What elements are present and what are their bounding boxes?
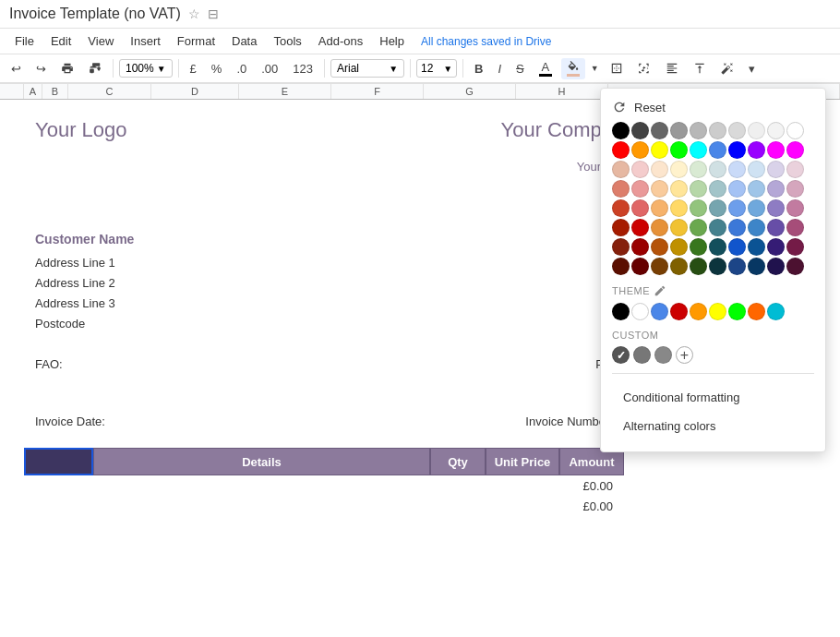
folder-icon[interactable]: ⊟ (208, 6, 219, 21)
fill-color-button[interactable] (561, 58, 585, 79)
color-swatch[interactable] (631, 180, 649, 198)
color-swatch[interactable] (786, 258, 804, 275)
color-swatch[interactable] (631, 122, 649, 139)
italic-button[interactable]: I (492, 59, 507, 78)
col-header-f[interactable]: F (331, 84, 424, 99)
color-swatch[interactable] (728, 219, 746, 236)
menu-addons[interactable]: Add-ons (311, 30, 370, 52)
color-swatch[interactable] (767, 161, 785, 178)
color-swatch[interactable] (709, 199, 726, 217)
col-header-d[interactable]: D (151, 84, 239, 99)
color-swatch[interactable] (786, 141, 804, 159)
fill-color-dropdown-button[interactable]: ▼ (589, 62, 601, 75)
color-swatch[interactable] (670, 219, 688, 236)
color-swatch[interactable] (690, 258, 707, 275)
merge-cells-button[interactable] (632, 59, 656, 78)
color-swatch[interactable] (709, 161, 726, 178)
color-swatch[interactable] (709, 180, 726, 198)
color-swatch[interactable] (631, 238, 649, 256)
color-swatch[interactable] (709, 122, 726, 139)
text-rotation-button[interactable] (715, 59, 739, 78)
color-swatch[interactable] (748, 141, 765, 159)
color-swatch[interactable] (690, 122, 707, 139)
color-swatch[interactable] (786, 180, 804, 198)
decimal-increase-button[interactable]: .00 (256, 59, 283, 78)
color-swatch[interactable] (767, 141, 785, 159)
color-swatch[interactable] (748, 122, 765, 139)
color-swatch[interactable] (748, 258, 765, 275)
text-color-button[interactable]: A (534, 57, 558, 79)
color-swatch[interactable] (612, 238, 630, 256)
color-swatch[interactable] (748, 161, 765, 178)
color-swatch[interactable] (767, 180, 785, 198)
color-swatch[interactable] (651, 258, 668, 275)
color-swatch[interactable] (767, 258, 785, 275)
menu-data[interactable]: Data (224, 30, 264, 52)
decimal-decrease-button[interactable]: .0 (231, 59, 252, 78)
color-swatch[interactable] (728, 161, 746, 178)
theme-color-swatch[interactable] (612, 303, 630, 320)
star-icon[interactable]: ☆ (188, 6, 200, 21)
color-swatch[interactable] (767, 122, 785, 139)
color-swatch[interactable] (612, 122, 630, 139)
color-swatch[interactable] (767, 219, 785, 236)
menu-help[interactable]: Help (372, 30, 412, 52)
color-swatch[interactable] (786, 122, 804, 139)
conditional-formatting-button[interactable]: Conditional formatting (612, 383, 814, 412)
theme-color-swatch[interactable] (631, 303, 649, 320)
color-swatch[interactable] (709, 219, 726, 236)
color-swatch[interactable] (786, 161, 804, 178)
color-swatch[interactable] (767, 199, 785, 217)
font-selector[interactable]: Arial ▼ (330, 59, 404, 78)
color-swatch[interactable] (631, 258, 649, 275)
color-swatch[interactable] (690, 199, 707, 217)
menu-view[interactable]: View (80, 30, 121, 52)
color-swatch[interactable] (748, 219, 765, 236)
color-swatch[interactable] (670, 180, 688, 198)
color-swatch[interactable] (748, 199, 765, 217)
col-header-b[interactable]: B (42, 84, 68, 99)
color-swatch[interactable] (709, 258, 726, 275)
color-swatch[interactable] (786, 199, 804, 217)
color-swatch[interactable] (767, 238, 785, 256)
color-swatch[interactable] (670, 141, 688, 159)
percent-button[interactable]: % (206, 59, 228, 78)
color-swatch[interactable] (690, 161, 707, 178)
color-swatch[interactable] (651, 180, 668, 198)
color-swatch[interactable] (690, 180, 707, 198)
print-button[interactable] (55, 59, 79, 78)
font-size-selector[interactable]: 12 ▼ (416, 59, 457, 78)
theme-color-swatch[interactable] (709, 303, 726, 320)
color-swatch[interactable] (786, 219, 804, 236)
text-align-button[interactable] (660, 59, 684, 78)
color-swatch[interactable] (612, 258, 630, 275)
menu-edit[interactable]: Edit (43, 30, 78, 52)
more-options-button[interactable]: ▾ (743, 59, 761, 78)
col-header-e[interactable]: E (239, 84, 331, 99)
color-swatch[interactable] (748, 180, 765, 198)
bold-button[interactable]: B (469, 59, 488, 78)
color-swatch[interactable] (728, 180, 746, 198)
currency-button[interactable]: £ (185, 59, 202, 78)
theme-color-swatch[interactable] (690, 303, 707, 320)
color-swatch[interactable] (631, 219, 649, 236)
color-swatch[interactable] (690, 141, 707, 159)
alternating-colors-button[interactable]: Alternating colors (612, 412, 814, 440)
custom-color-selected[interactable]: ✓ (612, 346, 630, 364)
col-header-c[interactable]: C (68, 84, 151, 99)
custom-color-swatch[interactable] (633, 346, 651, 364)
theme-color-swatch[interactable] (728, 303, 746, 320)
color-swatch[interactable] (728, 122, 746, 139)
col-header-a[interactable]: A (24, 84, 42, 99)
reset-button[interactable]: Reset (612, 100, 814, 114)
color-swatch[interactable] (612, 180, 630, 198)
paint-format-button[interactable] (83, 59, 107, 78)
color-swatch[interactable] (728, 238, 746, 256)
theme-color-swatch[interactable] (748, 303, 765, 320)
color-swatch[interactable] (728, 199, 746, 217)
borders-button[interactable] (605, 59, 629, 78)
add-custom-color-button[interactable]: + (676, 346, 693, 364)
theme-color-swatch[interactable] (651, 303, 668, 320)
color-swatch[interactable] (670, 258, 688, 275)
color-swatch[interactable] (670, 199, 688, 217)
